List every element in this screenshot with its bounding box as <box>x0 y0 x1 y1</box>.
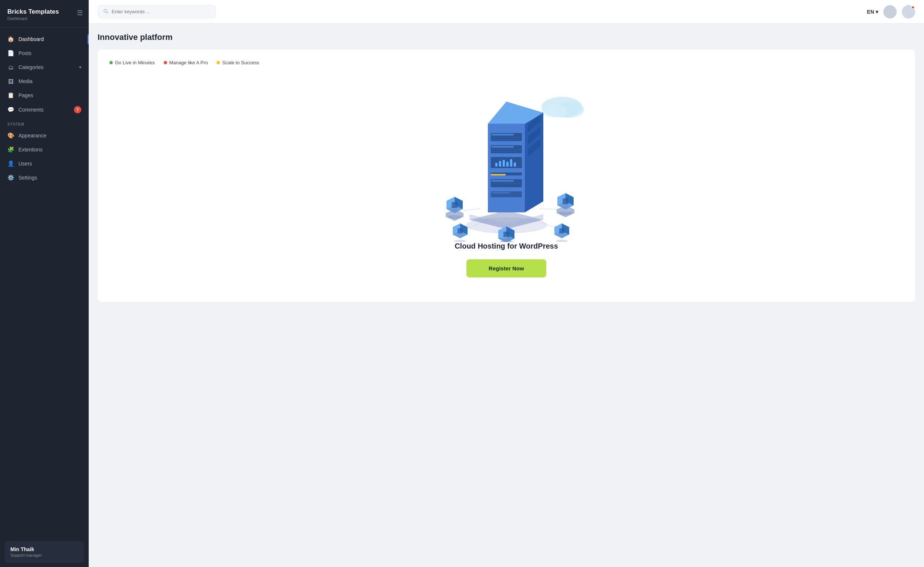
sidebar-item-dashboard[interactable]: 🏠 Dashboard <box>0 32 89 46</box>
server-illustration <box>407 83 606 242</box>
illustration-container: Cloud Hosting for WordPress Register Now <box>110 76 903 288</box>
svg-rect-18 <box>491 151 517 152</box>
extensions-icon: 🧩 <box>8 146 14 153</box>
svg-rect-33 <box>491 195 506 196</box>
sidebar-item-comments[interactable]: 💬 Comments7 <box>0 102 89 117</box>
svg-rect-12 <box>491 134 514 136</box>
svg-rect-14 <box>491 139 517 140</box>
settings-icon: ⚙️ <box>8 174 14 181</box>
svg-rect-21 <box>499 161 501 166</box>
cloud-title: Cloud Hosting for WordPress <box>455 242 558 250</box>
sidebar-subtitle: Dashboard <box>8 16 81 21</box>
tag-label: Scale to Success <box>222 60 259 65</box>
svg-rect-23 <box>506 162 509 166</box>
svg-rect-13 <box>491 136 521 138</box>
svg-rect-22 <box>503 160 505 166</box>
sidebar-item-label: Extentions <box>18 147 42 153</box>
svg-rect-27 <box>491 174 506 176</box>
sidebar: Bricks Templates Dashboard ☰ 🏠 Dashboard… <box>0 0 89 567</box>
svg-line-72 <box>539 209 559 210</box>
chevron-down-icon: ▾ <box>876 9 878 15</box>
svg-point-62 <box>506 237 507 238</box>
tag-dot <box>164 61 167 64</box>
appearance-icon: 🎨 <box>8 132 14 139</box>
svg-rect-25 <box>514 162 516 166</box>
sidebar-item-settings[interactable]: ⚙️ Settings <box>0 171 89 185</box>
svg-rect-59 <box>503 232 509 237</box>
sidebar-item-label: Posts <box>18 50 32 56</box>
sidebar-item-pages[interactable]: 📋 Pages <box>0 88 89 102</box>
tag-dot <box>110 61 113 64</box>
svg-rect-54 <box>458 228 463 234</box>
nav-main: 🏠 Dashboard📄 Posts🗂 Categories▾🖼 Media📋 … <box>0 32 89 117</box>
tag-label: Manage like A Pro <box>169 60 208 65</box>
svg-line-1 <box>107 12 108 13</box>
tag-label: Go Live in Minutes <box>115 60 155 65</box>
search-icon <box>103 9 109 15</box>
pages-icon: 📋 <box>8 92 14 99</box>
users-icon: 👤 <box>8 160 14 167</box>
avatar-main[interactable] <box>883 5 897 18</box>
sidebar-item-label: Settings <box>18 175 38 181</box>
avatar-notif[interactable] <box>902 5 915 18</box>
dashboard-icon: 🏠 <box>8 36 14 42</box>
topbar: EN ▾ <box>89 0 924 24</box>
svg-rect-17 <box>491 149 521 150</box>
topbar-right: EN ▾ <box>867 5 915 18</box>
sidebar-item-media[interactable]: 🖼 Media <box>0 74 89 88</box>
search-box[interactable] <box>98 5 216 18</box>
svg-line-71 <box>463 209 481 210</box>
promo-tags: Go Live in Minutes Manage like A Pro Sca… <box>110 60 903 65</box>
svg-rect-20 <box>495 163 497 166</box>
svg-rect-40 <box>452 202 458 208</box>
sidebar-nav: 🏠 Dashboard📄 Posts🗂 Categories▾🖼 Media📋 … <box>0 28 89 537</box>
system-section-label: SYSTEM <box>0 117 89 129</box>
sidebar-item-label: Media <box>18 78 33 84</box>
tag-manage-like-a-pro: Manage like A Pro <box>164 60 208 65</box>
tag-go-live-in-minutes: Go Live in Minutes <box>110 60 155 65</box>
language-selector[interactable]: EN ▾ <box>867 9 878 15</box>
main-area: EN ▾ Innovative platform Go Live in Minu… <box>89 0 924 567</box>
svg-rect-30 <box>491 183 521 184</box>
search-input[interactable] <box>112 9 210 14</box>
lang-label: EN <box>867 9 874 15</box>
sidebar-item-posts[interactable]: 📄 Posts <box>0 46 89 60</box>
svg-point-4 <box>541 104 567 117</box>
menu-toggle-icon[interactable]: ☰ <box>77 9 83 17</box>
svg-rect-24 <box>510 159 512 166</box>
tag-dot <box>216 61 220 64</box>
sidebar-item-label: Categories <box>18 64 44 70</box>
sidebar-item-extensions[interactable]: 🧩 Extentions <box>0 142 89 157</box>
promo-card: Go Live in Minutes Manage like A Pro Sca… <box>98 50 915 302</box>
sidebar-header: Bricks Templates Dashboard ☰ <box>0 0 89 28</box>
sidebar-item-appearance[interactable]: 🎨 Appearance <box>0 129 89 142</box>
content-area: Innovative platform Go Live in Minutes M… <box>89 24 924 567</box>
page-title-bar: Innovative platform <box>98 33 915 42</box>
register-button[interactable]: Register Now <box>466 259 546 278</box>
svg-rect-29 <box>491 180 514 182</box>
media-icon: 🖼 <box>8 78 14 85</box>
nav-system: 🎨 Appearance🧩 Extentions👤 Users⚙️ Settin… <box>0 129 89 185</box>
sidebar-item-label: Comments <box>18 107 44 112</box>
svg-rect-32 <box>491 192 510 194</box>
sidebar-item-label: Users <box>18 160 32 166</box>
sidebar-title: Bricks Templates <box>8 8 81 15</box>
page-title: Innovative platform <box>98 33 915 42</box>
svg-rect-16 <box>491 146 514 148</box>
sidebar-item-categories[interactable]: 🗂 Categories▾ <box>0 60 89 74</box>
sidebar-item-label: Dashboard <box>18 36 44 42</box>
sidebar-item-label: Appearance <box>18 133 47 138</box>
user-role: Support manager <box>11 553 78 557</box>
notification-dot <box>911 6 915 9</box>
categories-icon: 🗂 <box>8 64 14 70</box>
user-name: Min Thaik <box>11 546 78 552</box>
posts-icon: 📄 <box>8 50 14 57</box>
tag-scale-to-success: Scale to Success <box>216 60 259 65</box>
comments-icon: 💬 <box>8 106 14 113</box>
sidebar-item-users[interactable]: 👤 Users <box>0 157 89 171</box>
sidebar-user[interactable]: Min Thaik Support manager <box>5 541 84 562</box>
svg-point-60 <box>501 237 503 238</box>
svg-point-61 <box>503 237 505 238</box>
chevron-categories-icon: ▾ <box>79 64 81 70</box>
svg-rect-69 <box>559 228 564 234</box>
